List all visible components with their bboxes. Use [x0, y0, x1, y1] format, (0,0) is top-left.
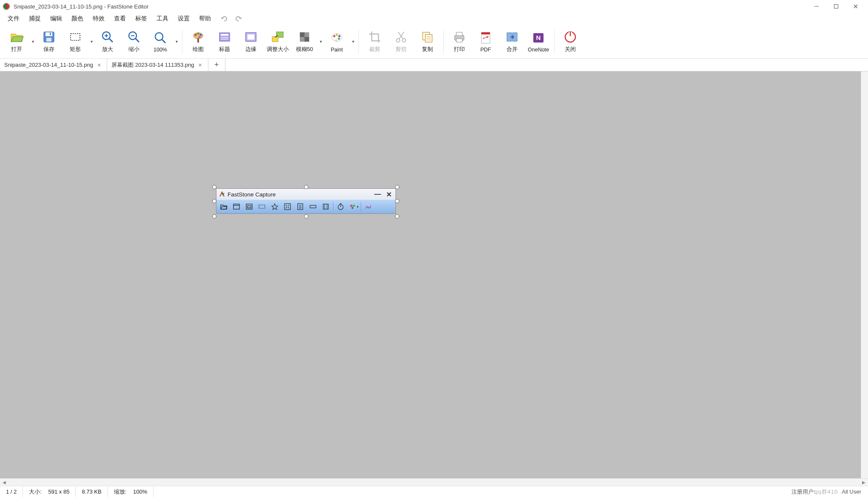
- handle-s[interactable]: [304, 214, 308, 219]
- menu-tool[interactable]: 工具: [152, 13, 173, 24]
- tab-1[interactable]: Snipaste_2023-03-14_11-10-15.png ×: [0, 59, 107, 71]
- svg-point-21: [197, 33, 199, 35]
- svg-point-22: [200, 34, 202, 36]
- svg-point-76: [350, 205, 352, 207]
- close-window-button[interactable]: [846, 0, 865, 13]
- fs-video-icon: [320, 202, 331, 212]
- rect-button[interactable]: 矩形: [62, 26, 88, 57]
- edge-button[interactable]: 边缘: [238, 26, 264, 57]
- menu-file[interactable]: 文件: [3, 13, 24, 24]
- save-button[interactable]: 保存: [36, 26, 62, 57]
- paint-dropdown[interactable]: ▾: [350, 30, 356, 54]
- menu-view[interactable]: 查看: [110, 13, 130, 24]
- onenote-icon: N: [531, 31, 546, 45]
- handle-e[interactable]: [395, 199, 399, 203]
- embedded-image[interactable]: FastStone Capture — ✕ ▾: [216, 188, 396, 214]
- scroll-right-icon[interactable]: ▶: [860, 480, 867, 486]
- zoomout-icon: [127, 30, 141, 44]
- crop-button: 裁剪: [361, 26, 388, 57]
- merge-label: 合并: [507, 46, 518, 53]
- menu-effect[interactable]: 特效: [88, 13, 109, 24]
- svg-rect-35: [305, 37, 309, 42]
- rect-icon: [68, 30, 83, 44]
- paint-label: Paint: [331, 47, 343, 53]
- svg-rect-32: [272, 37, 278, 42]
- maximize-button[interactable]: [826, 0, 846, 13]
- blur-button[interactable]: 模糊50: [291, 26, 318, 57]
- zoom100-dropdown[interactable]: ▾: [174, 30, 179, 54]
- resize-icon: [270, 30, 285, 44]
- handle-w[interactable]: [212, 199, 216, 203]
- draw-label: 绘图: [193, 46, 204, 53]
- svg-rect-52: [456, 39, 462, 42]
- svg-rect-70: [323, 204, 328, 209]
- redo-icon[interactable]: [233, 14, 244, 24]
- draw-button[interactable]: 绘图: [185, 26, 211, 57]
- paint-icon: [330, 31, 344, 45]
- titlebar: Snipaste_2023-03-14_11-10-15.png - FastS…: [0, 0, 868, 13]
- rect-dropdown[interactable]: ▾: [88, 30, 94, 54]
- menu-help[interactable]: 帮助: [195, 13, 215, 24]
- resize-button[interactable]: 调整大小: [264, 26, 291, 57]
- fs-rect-icon: [256, 202, 268, 212]
- fs-timer-icon: [335, 202, 346, 212]
- fs-fullscreen-icon: [282, 202, 293, 212]
- handle-nw[interactable]: [212, 185, 216, 189]
- scroll-left-icon[interactable]: ◀: [1, 480, 8, 486]
- handle-se[interactable]: [395, 214, 399, 219]
- handle-sw[interactable]: [212, 214, 216, 219]
- svg-rect-9: [71, 34, 80, 40]
- zoomin-label: 放大: [102, 46, 113, 53]
- merge-button[interactable]: 合并: [499, 26, 525, 57]
- zoom100-button[interactable]: 100%: [147, 26, 174, 57]
- faststone-toolbar: ▾: [216, 200, 396, 213]
- edge-icon: [244, 30, 258, 44]
- handle-n[interactable]: [304, 185, 308, 189]
- fs-freehand-icon: [269, 202, 280, 212]
- pdf-icon: [478, 31, 493, 45]
- copy-icon: [420, 30, 435, 44]
- menu-edit[interactable]: 编辑: [46, 13, 66, 24]
- canvas-area[interactable]: FastStone Capture — ✕ ▾: [0, 71, 868, 478]
- menu-capture[interactable]: 捕捉: [25, 13, 45, 24]
- fs-settings-icon: ▾: [348, 202, 359, 212]
- svg-point-23: [199, 36, 201, 38]
- paint-button[interactable]: Paint: [324, 26, 350, 57]
- fs-window-icon: [231, 202, 242, 212]
- zoomin-button[interactable]: 放大: [94, 26, 121, 57]
- zoomout-button[interactable]: 缩小: [121, 26, 147, 57]
- svg-rect-26: [221, 34, 228, 36]
- tab-2-label: 屏幕截图 2023-03-14 111353.png: [111, 61, 194, 69]
- menu-settings[interactable]: 设置: [174, 13, 194, 24]
- svg-point-39: [339, 35, 341, 37]
- horizontal-scrollbar[interactable]: ◀ ▶: [0, 478, 868, 486]
- pdf-label: PDF: [481, 47, 491, 53]
- zoomin-icon: [100, 30, 115, 44]
- print-button[interactable]: 打印: [446, 26, 472, 57]
- handle-ne[interactable]: [395, 185, 399, 189]
- status-zoom: 缩放: 100%: [108, 486, 154, 497]
- tab-2-close-icon[interactable]: ×: [198, 62, 202, 68]
- new-tab-button[interactable]: +: [208, 59, 225, 71]
- menubar: 文件 捕捉 编辑 颜色 特效 查看 标签 工具 设置 帮助: [0, 13, 868, 25]
- open-dropdown[interactable]: ▾: [30, 30, 36, 54]
- pdf-button[interactable]: PDF: [472, 26, 499, 57]
- onenote-button[interactable]: NOneNote: [525, 26, 552, 57]
- caption-button[interactable]: 标题: [211, 26, 238, 57]
- open-icon: [9, 30, 24, 44]
- tab-2[interactable]: 屏幕截图 2023-03-14 111353.png ×: [107, 59, 208, 71]
- open-button[interactable]: 打开: [3, 26, 30, 57]
- blur-dropdown[interactable]: ▾: [318, 30, 324, 54]
- tab-1-close-icon[interactable]: ×: [97, 62, 101, 68]
- close-button[interactable]: 关闭: [557, 26, 583, 57]
- copy-button[interactable]: 复制: [414, 26, 441, 57]
- menu-tag[interactable]: 标签: [131, 13, 151, 24]
- vertical-scrollbar[interactable]: [861, 71, 868, 478]
- undo-icon[interactable]: [219, 14, 230, 24]
- minimize-button[interactable]: [807, 0, 826, 13]
- blur-icon: [297, 30, 312, 44]
- menu-color[interactable]: 颜色: [67, 13, 88, 24]
- faststone-app-icon: [219, 191, 225, 197]
- save-label: 保存: [43, 46, 54, 53]
- fs-separator-2: [361, 202, 361, 211]
